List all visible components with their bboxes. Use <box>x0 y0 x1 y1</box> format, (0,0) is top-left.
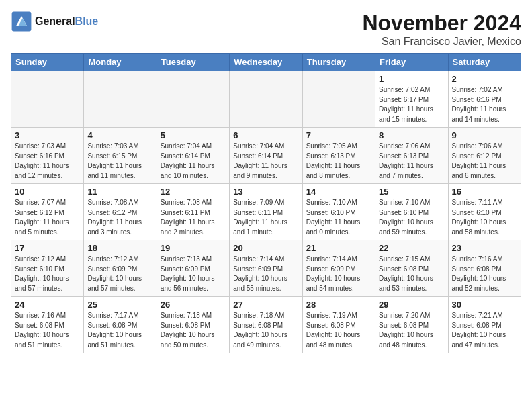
calendar-cell: 11Sunrise: 7:08 AM Sunset: 6:12 PM Dayli… <box>84 184 157 240</box>
day-info: Sunrise: 7:15 AM Sunset: 6:08 PM Dayligh… <box>379 255 444 293</box>
calendar-cell: 12Sunrise: 7:08 AM Sunset: 6:11 PM Dayli… <box>157 184 229 240</box>
calendar-cell: 15Sunrise: 7:10 AM Sunset: 6:10 PM Dayli… <box>375 184 448 240</box>
day-number: 2 <box>452 74 517 84</box>
calendar-cell: 13Sunrise: 7:09 AM Sunset: 6:11 PM Dayli… <box>230 184 302 240</box>
calendar-cell: 18Sunrise: 7:12 AM Sunset: 6:09 PM Dayli… <box>84 240 157 297</box>
day-number: 29 <box>379 300 444 310</box>
day-number: 30 <box>452 300 517 310</box>
day-number: 8 <box>379 130 444 140</box>
day-info: Sunrise: 7:07 AM Sunset: 6:12 PM Dayligh… <box>15 198 80 237</box>
day-info: Sunrise: 7:04 AM Sunset: 6:14 PM Dayligh… <box>233 142 298 181</box>
calendar-cell: 7Sunrise: 7:05 AM Sunset: 6:13 PM Daylig… <box>302 128 375 184</box>
day-info: Sunrise: 7:06 AM Sunset: 6:13 PM Dayligh… <box>379 142 444 181</box>
day-info: Sunrise: 7:10 AM Sunset: 6:10 PM Dayligh… <box>379 198 444 237</box>
calendar-week: 10Sunrise: 7:07 AM Sunset: 6:12 PM Dayli… <box>11 184 521 240</box>
day-number: 26 <box>161 300 226 310</box>
weekday-header: Sunday <box>11 54 84 71</box>
day-number: 6 <box>233 130 298 140</box>
logo-icon <box>11 11 32 32</box>
day-info: Sunrise: 7:14 AM Sunset: 6:09 PM Dayligh… <box>233 255 298 293</box>
calendar-cell: 5Sunrise: 7:04 AM Sunset: 6:14 PM Daylig… <box>157 128 229 184</box>
calendar-cell: 8Sunrise: 7:06 AM Sunset: 6:13 PM Daylig… <box>375 128 448 184</box>
calendar-week: 24Sunrise: 7:16 AM Sunset: 6:08 PM Dayli… <box>11 297 521 353</box>
day-number: 28 <box>306 300 371 310</box>
weekday-header: Tuesday <box>157 54 229 71</box>
day-number: 17 <box>15 243 80 253</box>
weekday-header: Thursday <box>302 54 375 71</box>
day-info: Sunrise: 7:08 AM Sunset: 6:11 PM Dayligh… <box>161 198 226 237</box>
calendar-header: SundayMondayTuesdayWednesdayThursdayFrid… <box>11 54 521 71</box>
calendar-cell: 1Sunrise: 7:02 AM Sunset: 6:17 PM Daylig… <box>375 71 448 128</box>
day-info: Sunrise: 7:10 AM Sunset: 6:10 PM Dayligh… <box>306 198 371 237</box>
day-number: 4 <box>87 130 152 140</box>
day-info: Sunrise: 7:03 AM Sunset: 6:15 PM Dayligh… <box>87 142 152 181</box>
day-number: 27 <box>233 300 298 310</box>
calendar-cell: 4Sunrise: 7:03 AM Sunset: 6:15 PM Daylig… <box>84 128 157 184</box>
day-number: 9 <box>452 130 517 140</box>
calendar-cell: 28Sunrise: 7:19 AM Sunset: 6:08 PM Dayli… <box>302 297 375 353</box>
day-info: Sunrise: 7:03 AM Sunset: 6:16 PM Dayligh… <box>15 142 80 181</box>
day-number: 14 <box>306 187 371 197</box>
calendar-cell: 22Sunrise: 7:15 AM Sunset: 6:08 PM Dayli… <box>375 240 448 297</box>
calendar-cell: 6Sunrise: 7:04 AM Sunset: 6:14 PM Daylig… <box>230 128 302 184</box>
header: GeneralBlue November 2024 San Francisco … <box>11 11 521 48</box>
calendar-cell: 30Sunrise: 7:21 AM Sunset: 6:08 PM Dayli… <box>448 297 521 353</box>
day-number: 12 <box>161 187 226 197</box>
calendar-cell: 19Sunrise: 7:13 AM Sunset: 6:09 PM Dayli… <box>157 240 229 297</box>
day-info: Sunrise: 7:16 AM Sunset: 6:08 PM Dayligh… <box>452 255 517 293</box>
day-info: Sunrise: 7:20 AM Sunset: 6:08 PM Dayligh… <box>379 311 444 350</box>
logo: GeneralBlue <box>11 11 98 32</box>
calendar-cell: 2Sunrise: 7:02 AM Sunset: 6:16 PM Daylig… <box>448 71 521 128</box>
day-info: Sunrise: 7:13 AM Sunset: 6:09 PM Dayligh… <box>161 255 226 293</box>
day-number: 21 <box>306 243 371 253</box>
calendar: SundayMondayTuesdayWednesdayThursdayFrid… <box>11 53 521 353</box>
calendar-cell: 10Sunrise: 7:07 AM Sunset: 6:12 PM Dayli… <box>11 184 84 240</box>
calendar-cell: 3Sunrise: 7:03 AM Sunset: 6:16 PM Daylig… <box>11 128 84 184</box>
day-info: Sunrise: 7:02 AM Sunset: 6:16 PM Dayligh… <box>452 85 517 124</box>
day-number: 25 <box>87 300 152 310</box>
day-info: Sunrise: 7:17 AM Sunset: 6:08 PM Dayligh… <box>87 311 152 350</box>
location-title: San Francisco Javier, Mexico <box>362 36 521 48</box>
calendar-cell: 29Sunrise: 7:20 AM Sunset: 6:08 PM Dayli… <box>375 297 448 353</box>
weekday-header: Monday <box>84 54 157 71</box>
calendar-cell: 20Sunrise: 7:14 AM Sunset: 6:09 PM Dayli… <box>230 240 302 297</box>
day-number: 11 <box>87 187 152 197</box>
calendar-cell: 27Sunrise: 7:18 AM Sunset: 6:08 PM Dayli… <box>230 297 302 353</box>
day-number: 22 <box>379 243 444 253</box>
day-number: 15 <box>379 187 444 197</box>
day-info: Sunrise: 7:12 AM Sunset: 6:10 PM Dayligh… <box>15 255 80 293</box>
calendar-cell <box>230 71 302 128</box>
day-info: Sunrise: 7:18 AM Sunset: 6:08 PM Dayligh… <box>161 311 226 350</box>
day-info: Sunrise: 7:02 AM Sunset: 6:17 PM Dayligh… <box>379 85 444 124</box>
day-number: 3 <box>15 130 80 140</box>
weekday-header: Saturday <box>448 54 521 71</box>
weekday-header: Friday <box>375 54 448 71</box>
day-info: Sunrise: 7:08 AM Sunset: 6:12 PM Dayligh… <box>87 198 152 237</box>
month-title: November 2024 <box>362 11 521 36</box>
calendar-cell: 25Sunrise: 7:17 AM Sunset: 6:08 PM Dayli… <box>84 297 157 353</box>
day-number: 24 <box>15 300 80 310</box>
day-info: Sunrise: 7:12 AM Sunset: 6:09 PM Dayligh… <box>87 255 152 293</box>
calendar-cell: 26Sunrise: 7:18 AM Sunset: 6:08 PM Dayli… <box>157 297 229 353</box>
calendar-cell: 24Sunrise: 7:16 AM Sunset: 6:08 PM Dayli… <box>11 297 84 353</box>
day-info: Sunrise: 7:09 AM Sunset: 6:11 PM Dayligh… <box>233 198 298 237</box>
calendar-cell: 21Sunrise: 7:14 AM Sunset: 6:09 PM Dayli… <box>302 240 375 297</box>
day-number: 23 <box>452 243 517 253</box>
day-number: 1 <box>379 74 444 84</box>
day-info: Sunrise: 7:21 AM Sunset: 6:08 PM Dayligh… <box>452 311 517 350</box>
title-area: November 2024 San Francisco Javier, Mexi… <box>362 11 521 48</box>
calendar-cell <box>84 71 157 128</box>
calendar-cell <box>11 71 84 128</box>
calendar-cell: 9Sunrise: 7:06 AM Sunset: 6:12 PM Daylig… <box>448 128 521 184</box>
day-number: 19 <box>161 243 226 253</box>
calendar-cell: 17Sunrise: 7:12 AM Sunset: 6:10 PM Dayli… <box>11 240 84 297</box>
day-info: Sunrise: 7:06 AM Sunset: 6:12 PM Dayligh… <box>452 142 517 181</box>
calendar-week: 3Sunrise: 7:03 AM Sunset: 6:16 PM Daylig… <box>11 128 521 184</box>
calendar-cell <box>157 71 229 128</box>
day-info: Sunrise: 7:16 AM Sunset: 6:08 PM Dayligh… <box>15 311 80 350</box>
day-info: Sunrise: 7:19 AM Sunset: 6:08 PM Dayligh… <box>306 311 371 350</box>
calendar-cell: 23Sunrise: 7:16 AM Sunset: 6:08 PM Dayli… <box>448 240 521 297</box>
calendar-cell: 14Sunrise: 7:10 AM Sunset: 6:10 PM Dayli… <box>302 184 375 240</box>
day-number: 18 <box>87 243 152 253</box>
day-number: 20 <box>233 243 298 253</box>
